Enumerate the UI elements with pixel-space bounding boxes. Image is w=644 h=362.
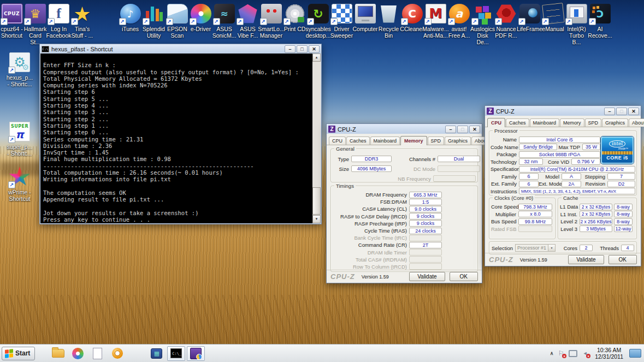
processor-select[interactable]: Processor #1: [515, 244, 556, 252]
desktop-icon-cpuz64-shortcut[interactable]: CPUZcpuz64 - Shortcut: [0, 2, 23, 45]
cpuz-memory-titlebar[interactable]: CPU-Z: [327, 124, 482, 134]
tab-cpu[interactable]: CPU: [487, 118, 505, 127]
taskbar-button-media[interactable]: [69, 346, 87, 361]
desktop-icon-driver-sweeper[interactable]: Driver Sweeper: [330, 2, 353, 45]
desktop-icon-smartlo-manager[interactable]: SmartLo... Manager: [259, 2, 283, 45]
tab-memory[interactable]: Memory: [560, 118, 584, 127]
minimize-button[interactable]: [445, 126, 456, 133]
desktop-icon-wprime-shortcut[interactable]: wPrime - Shortcut: [2, 165, 38, 202]
taskbar-button-explorer[interactable]: [49, 346, 67, 361]
volume-muted-icon[interactable]: [581, 349, 589, 358]
tab-caches[interactable]: Caches: [506, 118, 529, 127]
desktop-icon-hallmark-card-st[interactable]: ♛Hallmark Card St...: [23, 2, 47, 45]
tab-cpu[interactable]: CPU: [329, 137, 346, 145]
desktop-icon-ai-recove[interactable]: ƆAI Recove...: [588, 2, 612, 45]
name-label: Name: [491, 137, 519, 143]
specification-value: Intel(R) Core(TM) i5-2410M CPU @ 2.30GHz: [519, 166, 635, 173]
desktop-icon-recycle-bin[interactable]: Recycle Bin: [377, 2, 400, 45]
cache-rows: L1 Data2 x 32 KBytes8-wayL1 Inst.2 x 32 …: [560, 203, 635, 233]
desktop-icon-image: [377, 2, 400, 25]
validate-button[interactable]: Validate: [409, 272, 445, 281]
console-line: Writing informations into file pi.txt: [43, 176, 312, 182]
desktop-icon-print-cd[interactable]: Print CD: [283, 2, 306, 45]
desktop-icon-itunes[interactable]: ♪iTunes: [119, 2, 142, 45]
desktop-icon-image: C: [401, 2, 424, 25]
ok-button[interactable]: OK: [608, 255, 637, 264]
shortcut-arrow-icon: [71, 18, 78, 25]
ok-button[interactable]: OK: [450, 272, 478, 281]
desktop-icon-asus-sonicm[interactable]: ≈ASUS SonicM...: [212, 2, 236, 45]
taskbar-button-cmd[interactable]: [167, 346, 185, 361]
desktop-icon-image: [354, 2, 377, 25]
desktop-icon-ccleaner[interactable]: CCCleaner: [400, 2, 424, 45]
tab-graphics[interactable]: Graphics: [445, 137, 471, 145]
desktop-icon-lifeframe[interactable]: LifeFrame: [518, 2, 541, 45]
timing-value: 9 clocks: [409, 220, 442, 227]
desktop-icon-image: [237, 2, 259, 25]
desktop-icon-tina-s-stuff[interactable]: ★Tina's Stuff - ...: [70, 2, 94, 45]
tab-graphics[interactable]: Graphics: [602, 118, 628, 127]
desktop-icon-intel-r-turbo-b[interactable]: Intel(R) Turbo B...: [565, 2, 588, 45]
close-button[interactable]: [309, 45, 320, 53]
console-scrollbar[interactable]: [312, 54, 321, 223]
cache-size-value: 2 x 256 KBytes: [580, 218, 612, 225]
desktop-icon-image: SUPERπ: [8, 120, 31, 143]
desktop-icon-emanual[interactable]: eManual: [541, 2, 565, 45]
desktop-icon-syncables-desktop[interactable]: ↻syncables desktop...: [306, 2, 330, 45]
desktop-icon-avast-free-a[interactable]: aavast! Free A...: [447, 2, 471, 45]
tab-caches[interactable]: Caches: [346, 137, 370, 145]
taskbar-button-winlive[interactable]: [147, 346, 166, 361]
desktop-icon-nuance-pdf-r[interactable]: Nuance PDF R...: [494, 2, 518, 45]
taskbar-button-outlook[interactable]: [108, 346, 126, 361]
desktop-icon-computer[interactable]: Computer: [353, 2, 377, 45]
tab-mainboard[interactable]: Mainboard: [370, 137, 400, 145]
display-tray-icon[interactable]: [569, 349, 577, 358]
dc-mode-label: DC Mode: [396, 166, 438, 172]
console-titlebar[interactable]: hexus_pifast - Shortcut: [40, 44, 321, 54]
minimize-button[interactable]: [604, 108, 615, 115]
taskbar-button-word[interactable]: [88, 346, 107, 361]
desktop-icon-e-driver[interactable]: e-Driver: [189, 2, 212, 45]
taskbar-button-ie[interactable]: [128, 346, 146, 361]
close-button[interactable]: [469, 126, 480, 133]
tab-spd[interactable]: SPD: [428, 137, 445, 145]
desktop-icon-log-in-facebook[interactable]: fLog In Facebook: [47, 2, 70, 45]
tab-spd[interactable]: SPD: [585, 118, 602, 127]
tab-about[interactable]: About: [629, 118, 644, 127]
desktop-icon-label: ASUS Vibe F...: [238, 26, 258, 39]
scroll-down-icon[interactable]: [312, 215, 321, 223]
scroll-up-icon[interactable]: [312, 54, 321, 62]
desktop-icon-epson-scan[interactable]: EPSON Scan: [166, 2, 189, 45]
desktop-icon-splendid-utility[interactable]: Splendid Utility: [142, 2, 166, 45]
maximize-button[interactable]: [297, 45, 308, 53]
hidden-icons-button[interactable]: [550, 351, 554, 356]
cache-row: Level 22 x 256 KBytes8-way: [560, 218, 635, 225]
tab-memory[interactable]: Memory: [400, 136, 427, 145]
clock-row: Core Speed798.3 MHz: [491, 203, 553, 211]
desktop-icon-malware-anti-ma[interactable]: MMalware... Anti-Ma...: [424, 2, 447, 45]
action-center-icon[interactable]: [557, 349, 565, 358]
tab-mainboard[interactable]: Mainboard: [530, 118, 560, 127]
shortcut-arrow-icon: [24, 18, 31, 25]
desktop-icon-asus-vibe-f[interactable]: ASUS Vibe F...: [236, 2, 259, 45]
desktop-icon-super-p-shortc[interactable]: SUPERπsuper_p... - Shortc...: [2, 120, 38, 157]
shortcut-arrow-icon: [542, 18, 549, 25]
desktop-icon-auslogics-disk-de[interactable]: Auslogics Disk De...: [471, 2, 494, 45]
taskbar-button-cpuz[interactable]: [187, 346, 205, 361]
scrollbar-thumb[interactable]: [312, 187, 321, 215]
cpuz-cpu-titlebar[interactable]: CPU-Z: [485, 106, 641, 116]
taskbar-clock[interactable]: 10:36 AM 12/31/2011: [595, 347, 623, 360]
minimize-button[interactable]: [285, 45, 296, 53]
shortcut-arrow-icon: [401, 18, 408, 25]
window-controls: [604, 108, 639, 115]
desktop-icon-hexus-p-shortc[interactable]: ⚙hexus_p... - Shortc...: [2, 51, 38, 87]
start-button[interactable]: Start: [2, 347, 35, 360]
shortcut-arrow-icon: [166, 18, 173, 25]
show-desktop-button[interactable]: [629, 349, 641, 358]
console-line: Series computing time : 21.31: [43, 136, 312, 143]
validate-button[interactable]: Validate: [568, 255, 604, 264]
cpuz-cpu-window: CPU-Z CPUCachesMainboardMemorySPDGraphic…: [485, 105, 641, 266]
close-button[interactable]: [628, 108, 639, 115]
clock-time: 10:36 AM: [595, 347, 623, 354]
clock-date: 12/31/2011: [595, 353, 623, 360]
